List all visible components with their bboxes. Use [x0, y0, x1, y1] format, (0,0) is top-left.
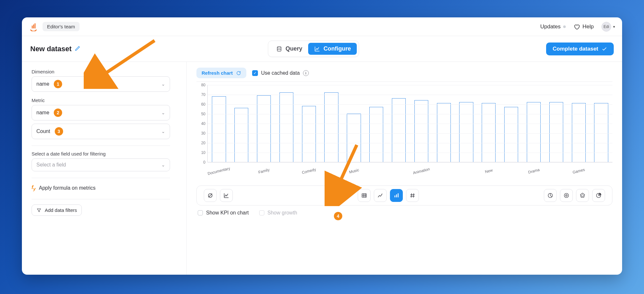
updates-link[interactable]: Updates [540, 24, 566, 30]
add-data-filters-button[interactable]: Add data filters [32, 204, 82, 216]
tab-configure[interactable]: Configure [308, 43, 357, 55]
bar-chart-icon [393, 192, 400, 199]
chevron-down-icon: ⌄ [161, 129, 165, 134]
divider [32, 178, 170, 178]
pie-icon [547, 192, 554, 199]
chart-bar [279, 92, 293, 162]
chart-type-bar-button[interactable] [390, 189, 403, 202]
chart-type-table-button[interactable] [358, 189, 371, 202]
chart-type-line-button[interactable] [374, 189, 387, 202]
filter-icon [36, 208, 42, 213]
user-menu[interactable]: Edi ▾ [601, 22, 615, 32]
main-body: Dimension name 1 ⌄ Metric name 2 ⌄ Count… [22, 62, 622, 275]
y-tick-label: 30 [201, 131, 205, 136]
kpi-label: Show KPI on chart [206, 210, 249, 216]
chart-bar [257, 95, 271, 162]
table-icon [361, 192, 367, 199]
complete-label: Complete dataset [553, 46, 598, 52]
annotation-badge-1: 1 [54, 80, 62, 88]
date-field-select[interactable]: Select a field ⌄ [32, 158, 170, 171]
chart-type-area-button[interactable] [220, 189, 233, 202]
chart-type-radar-button[interactable] [576, 189, 589, 202]
dimension-select[interactable]: name 1 ⌄ [32, 76, 170, 92]
tab-query-label: Query [286, 45, 302, 52]
y-tick-label: 50 [201, 112, 205, 116]
chevron-down-icon: ⌄ [161, 110, 165, 115]
chart-bar [482, 103, 496, 162]
refresh-chart-button[interactable]: Refresh chart [196, 68, 246, 78]
team-chip[interactable]: Editor's team [43, 22, 80, 31]
y-tick-label: 40 [201, 121, 205, 126]
topbar: Editor's team Updates Help Edi ▾ [22, 17, 622, 36]
metric-select[interactable]: name 2 ⌄ [32, 105, 170, 120]
y-axis: 01020304050607080 [196, 85, 207, 162]
add-filters-label: Add data filters [45, 207, 77, 213]
handshake-icon [573, 24, 580, 30]
info-icon[interactable]: i [303, 70, 309, 76]
annotation-badge-2: 2 [54, 109, 62, 117]
checkbox-icon: ✓ [252, 70, 258, 76]
chart-bar [504, 107, 518, 162]
chart-panel: Refresh chart ✓ Use cached data i 010203… [187, 62, 622, 275]
formula-label: Apply formula on metrics [39, 185, 96, 191]
chart-type-donut-button[interactable] [560, 189, 573, 202]
show-kpi-checkbox[interactable]: Show KPI on chart [198, 210, 249, 216]
help-label: Help [582, 24, 594, 30]
tab-query[interactable]: Query [270, 43, 308, 55]
chart-area: 01020304050607080 [196, 85, 612, 169]
page-title: New dataset [30, 45, 80, 53]
checkbox-icon [259, 210, 264, 215]
svg-rect-8 [398, 193, 399, 197]
chart-bar [549, 102, 563, 162]
updates-indicator-icon [563, 25, 566, 28]
chart-type-pie-button[interactable] [544, 189, 557, 202]
chevron-down-icon: ⌄ [161, 162, 165, 167]
svg-rect-5 [362, 194, 366, 197]
svg-rect-7 [396, 194, 397, 197]
chart-bar [369, 107, 383, 162]
chart-type-none-button[interactable] [204, 189, 217, 202]
annotation-badge-3: 3 [55, 127, 63, 136]
chart-type-segment-button[interactable] [592, 189, 605, 202]
date-placeholder: Select a field [36, 162, 66, 168]
chart-bar [302, 106, 316, 162]
chart-bar [324, 92, 338, 162]
cached-label: Use cached data [261, 70, 300, 76]
hash-icon [409, 192, 416, 199]
use-cached-checkbox[interactable]: ✓ Use cached data i [252, 70, 309, 76]
svg-marker-13 [582, 194, 584, 197]
svg-point-3 [277, 46, 281, 48]
empty-set-icon [207, 192, 213, 199]
area-chart-icon [223, 192, 230, 199]
y-tick-label: 70 [201, 92, 205, 97]
pencil-icon[interactable] [75, 45, 80, 52]
app-logo-icon [29, 22, 38, 31]
svg-rect-2 [35, 23, 36, 28]
complete-dataset-button[interactable]: Complete dataset [546, 43, 614, 55]
donut-icon [563, 192, 570, 199]
svg-point-10 [564, 193, 568, 197]
y-tick-label: 0 [203, 160, 205, 165]
chart-type-toolbar [196, 185, 612, 205]
chart-type-number-button[interactable] [406, 189, 419, 202]
check-icon [601, 46, 607, 52]
y-tick-label: 10 [201, 150, 205, 155]
y-tick-label: 80 [201, 83, 205, 87]
x-axis: DocumentaryFamilyComedyMusicAnimationNew… [207, 169, 612, 180]
apply-formula-link[interactable]: fy Apply formula on metrics [32, 183, 177, 193]
chart-bar [594, 103, 608, 162]
formula-icon: fy [32, 185, 36, 191]
checkbox-icon [198, 210, 203, 215]
chart-bar [234, 108, 248, 162]
svg-point-11 [566, 195, 567, 196]
chart-config-icon [314, 46, 320, 52]
pie-segment-icon [595, 192, 602, 199]
chart-bar [527, 102, 541, 162]
svg-rect-1 [33, 24, 34, 28]
bar-chart [207, 85, 612, 162]
date-filter-label: Select a date field used for filtering [32, 151, 177, 156]
aggregate-select[interactable]: Count 3 ⌄ [32, 124, 170, 139]
help-link[interactable]: Help [573, 24, 594, 30]
updates-label: Updates [540, 24, 561, 30]
chevron-down-icon: ▾ [613, 24, 615, 29]
